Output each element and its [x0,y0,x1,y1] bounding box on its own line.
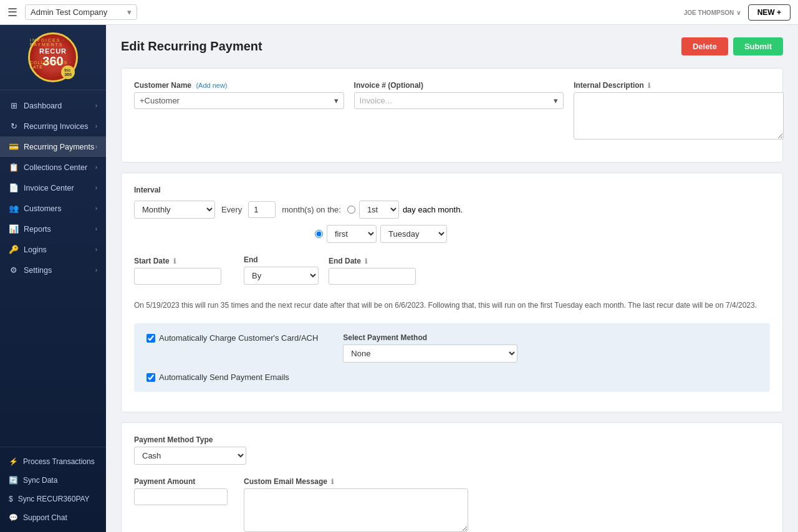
custom-email-info-icon: ℹ [331,478,334,485]
sidebar-label-dashboard: Dashboard [24,102,62,110]
custom-email-textarea[interactable] [244,488,468,532]
payment-amount-input[interactable]: 1000.00 [134,488,228,505]
sidebar-item-sync-data[interactable]: 🔄 Sync Data [0,471,106,490]
invoice-label: Invoice # (Optional) [354,81,564,90]
sidebar-item-collections-center[interactable]: 📋 Collections Center › [0,157,106,178]
customer-dropdown[interactable]: +Customer ▾ [134,92,344,109]
company-name: Admin Test Company [31,7,107,17]
sidebar-item-recurring-payments[interactable]: 💳 Recurring Payments › [0,136,106,157]
invoice-value: Invoice... [360,96,392,105]
day-radio[interactable] [347,206,355,214]
sidebar-label-reports: Reports [24,225,51,234]
new-button[interactable]: NEW + [748,4,791,21]
custom-email-label: Custom Email Message ℹ [244,477,770,486]
sidebar-item-settings[interactable]: ⚙ Settings › [0,260,106,280]
sidebar-label-sync-data: Sync Data [23,476,57,485]
auto-charge-label[interactable]: Automatically Charge Customer's Card/ACH [147,333,318,343]
sidebar-item-process-transactions[interactable]: ⚡ Process Transactions [0,452,106,471]
payment-amount-group: Payment Amount 1000.00 [134,477,234,532]
dashboard-icon: ⊞ [9,101,19,110]
internal-desc-label: Internal Description ℹ [574,81,784,90]
auto-email-checkbox[interactable] [147,373,155,382]
payment-method-type-label: Payment Method Type [134,435,259,444]
recurring-invoices-icon: ↻ [9,121,19,131]
payment-method-select[interactable]: None Card on file ACH on file [343,344,517,363]
main-content: Edit Recurring Payment Delete Submit Cus… [106,25,798,532]
payment-method-group: Select Payment Method None Card on file … [343,333,517,363]
end-date-info-icon: ℹ [365,257,367,265]
invoice-center-icon: 📄 [9,183,19,192]
interval-label: Interval [134,186,770,194]
months-label: month(s) on the: [282,205,341,214]
week-select[interactable]: firstsecondthirdfourthlast [327,225,377,243]
customer-value: +Customer [140,96,180,105]
payment-method-type-section: Payment Method Type Cash Check Credit Ca… [121,422,783,532]
interval-select[interactable]: Monthly Weekly Daily Yearly [134,201,215,219]
sidebar-item-recurring-invoices[interactable]: ↻ Recurring Invoices › [0,116,106,136]
customer-section: Customer Name (Add new) +Customer ▾ Invo… [121,68,783,163]
settings-icon: ⚙ [9,265,19,275]
add-new-link[interactable]: (Add new) [196,82,227,89]
day-select[interactable]: 1st2nd3rd4th 5th10th15th20th [359,201,399,219]
sidebar-item-dashboard[interactable]: ⊞ Dashboard › [0,95,106,116]
recur-info-text: On 5/19/2023 this will run 35 times and … [134,295,770,316]
header-actions: Delete Submit [681,37,783,55]
start-date-input[interactable]: 07/01/2020 [134,268,221,285]
sidebar-item-sync-recur360pay[interactable]: $ Sync RECUR360PAY [0,490,106,508]
sidebar-label-recurring-invoices: Recurring Invoices [24,122,89,131]
submit-button[interactable]: Submit [733,37,783,55]
company-selector[interactable]: Admin Test Company ▾ [25,4,137,20]
sidebar-logo: INVOICES · PAYMENTS RECUR 360 COLLECTION… [0,25,106,90]
auto-charge-group: Automatically Charge Customer's Card/ACH [147,333,318,343]
weekday-radio[interactable] [315,230,323,238]
sidebar-label-process-transactions: Process Transactions [23,457,95,466]
company-dropdown-arrow: ▾ [127,7,132,17]
auto-email-label[interactable]: Automatically Send Payment Emails [147,373,757,382]
sidebar-label-settings: Settings [24,266,52,275]
page-header: Edit Recurring Payment Delete Submit [121,37,783,55]
sidebar-label-support-chat: Support Chat [23,513,67,522]
invoice-group: Invoice # (Optional) Invoice... ▾ [354,81,564,140]
start-date-group: Start Date ℹ 07/01/2020 [134,257,234,285]
auto-charge-checkbox[interactable] [147,334,155,343]
weekday-radio-group: firstsecondthirdfourthlast SundayMondayT… [315,225,770,243]
sidebar-label-logins: Logins [24,245,47,254]
page-title: Edit Recurring Payment [121,39,262,54]
payment-method-type-select[interactable]: Cash Check Credit Card ACH [134,447,246,465]
weekday-select[interactable]: SundayMondayTuesday WednesdayThursdayFri… [380,225,447,243]
custom-email-group: Custom Email Message ℹ [244,477,770,532]
sidebar-item-customers[interactable]: 👥 Customers › [0,198,106,219]
end-select[interactable]: ByAfterNever [244,267,319,285]
sidebar-label-customers: Customers [24,204,61,213]
invoice-dropdown[interactable]: Invoice... ▾ [354,92,564,109]
payment-method-label: Select Payment Method [343,333,517,342]
every-number-input[interactable] [248,201,276,218]
end-date-input[interactable]: 07/19/2023 [329,268,416,285]
collections-icon: 📋 [9,163,19,172]
sidebar-item-invoice-center[interactable]: 📄 Invoice Center › [0,178,106,198]
start-date-label: Start Date ℹ [134,257,234,265]
sidebar-item-reports[interactable]: 📊 Reports › [0,219,106,239]
logins-icon: 🔑 [9,245,19,254]
end-date-label: End Date ℹ [329,257,416,265]
customer-arrow-icon: ▾ [334,96,339,105]
internal-desc-textarea[interactable] [574,92,784,140]
hamburger-icon[interactable]: ☰ [7,6,17,19]
delete-button[interactable]: Delete [681,37,728,55]
sidebar-item-support-chat[interactable]: 💬 Support Chat [0,508,106,527]
support-chat-icon: 💬 [9,513,18,522]
invoice-arrow-icon: ▾ [554,96,558,105]
sidebar-nav: ⊞ Dashboard › ↻ Recurring Invoices › 💳 R… [0,90,106,447]
internal-desc-info-icon: ℹ [648,82,650,89]
internal-desc-group: Internal Description ℹ [574,81,784,140]
sidebar-item-logins[interactable]: 🔑 Logins › [0,239,106,260]
topbar-right: JOE THOMPSON ∨ NEW + [684,4,791,21]
amount-email-row: Payment Amount 1000.00 Custom Email Mess… [134,477,770,532]
interval-row: Monthly Weekly Daily Yearly Every month(… [134,201,770,219]
user-menu[interactable]: JOE THOMPSON ∨ [684,8,741,17]
end-label: End [244,255,319,264]
customers-icon: 👥 [9,204,19,213]
sidebar: INVOICES · PAYMENTS RECUR 360 COLLECTION… [0,25,106,532]
end-date-group: End Date ℹ 07/19/2023 [329,257,416,285]
customer-name-group: Customer Name (Add new) +Customer ▾ [134,81,344,140]
